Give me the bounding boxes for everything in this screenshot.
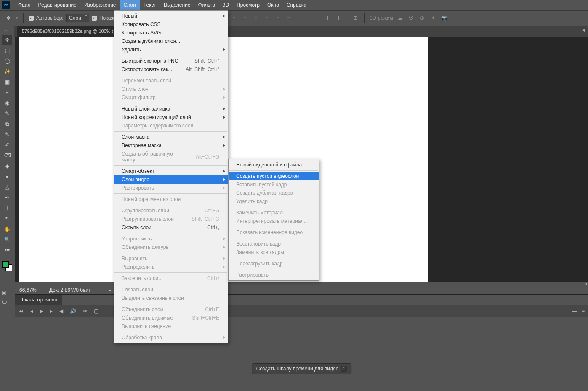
left-collapsed-icons[interactable]: ▣ 🖵 [2,290,7,305]
tool-6[interactable]: ◉ [2,98,12,108]
timeline-menu-icon[interactable]: — [572,308,577,314]
right-panel-collapse-icon[interactable]: ◂ [582,27,588,33]
timeline-ctrl-icon-3[interactable]: ▸ [50,308,53,314]
tool-1[interactable]: ⬚ [2,45,12,55]
timeline-ctrl-icon-5[interactable]: 🔊 [70,308,76,314]
layers-menu-item[interactable]: Слои видео [114,175,228,184]
tool-15[interactable]: ✒ [2,193,12,203]
align-icon-5[interactable]: ≡ [285,15,292,21]
dist-icon-2[interactable]: ⊪ [324,15,331,21]
distribute-icons[interactable]: ⊪⊪⊪⊪ [302,15,342,21]
tool-5[interactable]: ⌐ [2,87,12,98]
layers-menu-item[interactable]: Новый слой-заливка [114,105,228,113]
layers-menu-item[interactable]: Копировать CSS [114,20,228,29]
video-submenu-item[interactable]: Создать пустой видеослой [229,172,319,180]
timeline-ctrl-icon-2[interactable]: ▶ [40,308,43,314]
layers-menu-item: Сгруппировать слоиCtrl+G [114,206,228,215]
tool-17[interactable]: ↖ [2,214,12,224]
create-video-timeline-button[interactable]: Создать шкалу времени для видео ˅ [252,363,352,374]
dist-icon-1[interactable]: ⊪ [313,15,320,21]
layers-menu-item[interactable]: Смарт-объект [114,167,228,175]
menu-слои[interactable]: Слои [120,0,140,10]
timeline-tab[interactable]: Шкала времени [15,295,62,305]
tool-10[interactable]: ✐ [2,140,12,150]
align-icons[interactable]: ≡≡≡≡≡≡ [230,15,292,21]
document-tab[interactable]: 5795d985e3f081562159b32e.png @ 100% (R [17,26,122,37]
tool-13[interactable]: ● [2,172,12,182]
align-icon-4[interactable]: ≡ [274,15,281,21]
tool-12[interactable]: ◆ [2,161,12,171]
tool-8[interactable]: ⧉ [2,119,12,129]
screenmode-icon[interactable]: 🖵 [2,299,7,305]
menu-окно[interactable]: Окно [263,0,283,10]
tool-16[interactable]: T [2,203,12,213]
dist-icon-0[interactable]: ⊪ [302,15,309,21]
dist-icon-3[interactable]: ⊪ [335,15,342,21]
tool-0[interactable]: ✥ [2,35,12,45]
layers-menu-item[interactable]: Создать дубликат слоя... [114,37,228,45]
timeline-ctrl-icon-1[interactable]: ◂ [30,308,33,314]
overlap-icon[interactable]: ⊞ [352,15,359,21]
zoom-level[interactable]: 66,67% [19,287,37,293]
quickmask-icon[interactable]: ▣ [2,290,7,296]
chevron-down-icon[interactable]: ˅ [341,366,347,372]
color-swatches[interactable] [2,261,12,271]
layers-menu-item[interactable]: Слой-маска [114,133,228,141]
auto-select-mode-select[interactable]: Слой [66,14,89,22]
layers-menu-item[interactable]: Скрыть слоиCtrl+, [114,223,228,232]
layers-menu-item[interactable]: Экспортировать как...Alt+Shift+Ctrl+' [114,65,228,74]
tool-14[interactable]: △ [2,182,12,192]
3d-icons[interactable]: ☁⦿⊕✦📷 [397,15,447,21]
timeline-ctrl-icon-6[interactable]: ✂ [83,308,87,314]
timeline-ctrl-icon-7[interactable]: ▢ [94,308,98,314]
menu-3d[interactable]: 3D [219,0,233,10]
video-submenu-item[interactable]: Новый видеослой из файла... [229,161,319,169]
3d-icon-2[interactable]: ⊕ [419,15,426,21]
video-submenu-item-label: Создать пустой видеослой [236,173,299,179]
menu-фильтр[interactable]: Фильтр [194,0,219,10]
layers-menu-item: Объединить видимыеShift+Ctrl+E [114,314,228,322]
tool-4[interactable]: ▣ [2,77,12,87]
tool-20[interactable]: ••• [2,245,12,255]
align-icon-0[interactable]: ≡ [230,15,237,21]
menu-справка[interactable]: Справка [283,0,310,10]
tool-18[interactable]: ✋ [2,224,12,234]
menu-выделение[interactable]: Выделение [160,0,194,10]
menu-просмотр[interactable]: Просмотр [233,0,263,10]
auto-select-checkbox[interactable]: ✓Автовыбор: [29,15,64,21]
3d-icon-0[interactable]: ☁ [397,15,404,21]
menu-редактирование[interactable]: Редактирование [35,0,80,10]
layers-menu-divider-24 [114,193,227,194]
layers-menu-item[interactable]: Быстрый экспорт в PNGShift+Ctrl+' [114,57,228,65]
layers-menu-item[interactable]: Копировать SVG [114,29,228,37]
layers-menu-item[interactable]: Новый корректирующий слой [114,113,228,122]
align-icon-3[interactable]: ≡ [263,15,270,21]
align-icon-2[interactable]: ≡ [252,15,259,21]
tool-3[interactable]: ✨ [2,66,12,77]
3d-icon-4[interactable]: 📷 [441,15,447,21]
timeline-ctrl-icon-0[interactable]: ⏮ [19,308,24,314]
timeline-flyout-icon[interactable]: ≡ [582,308,585,314]
layers-menu-item[interactable]: Векторная маска [114,141,228,150]
menu-файл[interactable]: Файл [14,0,35,10]
align-icon-1[interactable]: ≡ [241,15,248,21]
layers-menu-item-label: Объединить слои [122,306,163,312]
3d-icon-1[interactable]: ⦿ [408,15,415,21]
menu-изображение[interactable]: Изображение [80,0,120,10]
tool-19[interactable]: 🔍 [2,235,12,245]
tool-9[interactable]: ✎ [2,129,12,140]
layers-menu-item[interactable]: Удалить [114,45,228,54]
layers-menu-item[interactable]: Новый [114,12,228,20]
chevron-down-icon[interactable]: ▾ [16,16,18,20]
3d-icon-3[interactable]: ✦ [430,15,436,21]
tool-2[interactable]: ◯ [2,56,12,66]
panel-grip-icon[interactable]: •• [5,29,9,32]
timeline-ctrl-icon-4[interactable]: ◀ [59,308,63,314]
status-flyout-icon[interactable]: ▸ [109,287,111,293]
fg-color-swatch[interactable] [2,261,9,268]
move-tool-preset-icon[interactable]: ✥ [3,13,13,23]
show-controls-checkbox[interactable]: ✓Показа [92,15,116,21]
tool-11[interactable]: ⌫ [2,151,12,161]
tool-7[interactable]: ✎ [2,108,12,119]
menu-текст[interactable]: Текст [140,0,160,10]
